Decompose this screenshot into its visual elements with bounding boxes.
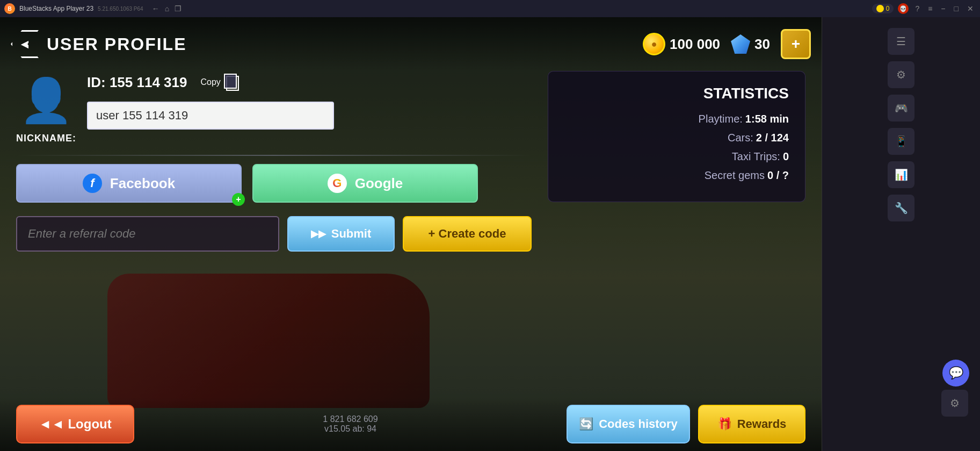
copy-icon (224, 74, 239, 91)
copy-label: Copy (200, 77, 220, 87)
discord-icon[interactable]: 💬 (942, 360, 969, 386)
social-buttons: f Facebook + G Google (16, 164, 532, 203)
stat-playtime: Playtime: 1:58 min (564, 113, 789, 125)
id-row: ID: 155 114 319 Copy (87, 71, 532, 94)
coin-icon: ● (643, 33, 665, 55)
maximize-icon[interactable]: □ (952, 4, 961, 13)
right-sidebar: ☰ ⚙ 🎮 📱 📊 🔧 💬 ⚙ (822, 17, 980, 451)
playtime-value: 1:58 min (745, 113, 789, 125)
secret-gems-label: Secret gems (705, 169, 765, 182)
facebook-label: Facebook (110, 175, 175, 192)
app-version: 5.21.650.1063 P64 (98, 6, 143, 12)
nickname-input[interactable] (87, 102, 334, 130)
sidebar-icon-1[interactable]: ☰ (888, 28, 914, 55)
referral-row: ▶▶ Submit + Create code (16, 216, 532, 252)
rewards-button[interactable]: 🎁 Rewards (698, 405, 805, 443)
back-arrow-icon: ◄ (11, 30, 39, 58)
user-id: ID: 155 114 319 (87, 74, 187, 91)
google-logo: G (328, 174, 347, 193)
stat-cars: Cars: 2 / 124 (564, 132, 789, 144)
titlebar-coin-icon (876, 5, 884, 12)
stat-secret-gems: Secret gems 0 / ? (564, 169, 789, 182)
page-header: ◄ USER PROFILE ● 100 000 30 + (0, 17, 822, 71)
nav-back-icon[interactable]: ← (152, 4, 159, 13)
game-ui: ◄ USER PROFILE ● 100 000 30 + 👤 NICKNAME… (0, 17, 822, 451)
secret-gems-value: 0 / ? (767, 169, 789, 182)
playtime-label: Playtime: (699, 113, 743, 125)
facebook-logo: f (83, 174, 102, 193)
nav-home-icon[interactable]: ⌂ (165, 4, 169, 13)
referral-input[interactable] (16, 216, 279, 252)
skull-icon[interactable]: 💀 (898, 3, 909, 14)
sidebar-icon-3[interactable]: 🎮 (888, 95, 914, 121)
statistics-title: Statistics (564, 85, 789, 102)
google-button[interactable]: G Google (252, 164, 478, 203)
cars-value: 2 / 124 (756, 132, 789, 144)
rewards-label: Rewards (737, 417, 787, 431)
sidebar-icon-4[interactable]: 📱 (888, 128, 914, 155)
logout-button[interactable]: ◄◄ Logout (16, 405, 134, 443)
copy-button[interactable]: Copy (195, 71, 244, 94)
add-currency-button[interactable]: + (781, 29, 811, 59)
bottom-right: 🔄 Codes history 🎁 Rewards (567, 405, 805, 443)
page-title: USER PROFILE (47, 34, 186, 54)
help-icon[interactable]: ? (913, 4, 921, 13)
bottom-center: 1 821 682 609 v15.05 ab: 94 (134, 414, 567, 434)
avatar-area: 👤 NICKNAME: (16, 71, 76, 144)
titlebar-coin-badge: 0 (872, 4, 894, 13)
diamond-icon (731, 34, 750, 54)
back-button[interactable]: ◄ (11, 30, 39, 58)
titlebar-coin-count: 0 (886, 5, 890, 12)
google-g-icon: G (332, 176, 342, 190)
titlebar-nav: ← ⌂ ❐ (152, 4, 182, 13)
taxi-trips-value: 0 (783, 151, 789, 163)
sidebar-icon-5[interactable]: 📊 (888, 161, 914, 188)
profile-row: 👤 NICKNAME: ID: 155 114 319 Copy (16, 71, 532, 144)
sidebar-icon-2[interactable]: ⚙ (888, 61, 914, 88)
google-label: Google (355, 175, 403, 192)
nickname-section-label: NICKNAME: (16, 133, 76, 144)
codes-history-icon: 🔄 (579, 417, 593, 431)
id-nickname-area: ID: 155 114 319 Copy (87, 71, 532, 130)
cars-label: Cars: (728, 132, 753, 144)
create-code-label: + Create code (429, 227, 506, 241)
facebook-button[interactable]: f Facebook + (16, 164, 242, 203)
app-title: BlueStacks App Player 23 (19, 5, 93, 12)
plus-indicator: + (232, 193, 245, 206)
create-code-button[interactable]: + Create code (403, 216, 532, 252)
avatar-silhouette: 👤 (19, 79, 73, 122)
separator (16, 155, 532, 156)
codes-history-label: Codes history (599, 417, 678, 431)
rewards-icon: 🎁 (717, 417, 732, 431)
minimize-icon[interactable]: − (939, 4, 947, 13)
avatar: 👤 (22, 71, 70, 130)
app-logo: B (4, 3, 15, 14)
menu-icon[interactable]: ≡ (926, 4, 934, 13)
diamond-display: 30 (731, 34, 770, 54)
codes-history-button[interactable]: 🔄 Codes history (567, 405, 690, 443)
logout-label: ◄◄ Logout (39, 417, 111, 432)
sidebar-settings-icon[interactable]: ⚙ (941, 390, 968, 417)
submit-button[interactable]: ▶▶ Submit (287, 216, 395, 252)
sidebar-icon-6[interactable]: 🔧 (888, 195, 914, 221)
version-line1: 1 821 682 609 (323, 414, 378, 424)
close-icon[interactable]: ✕ (965, 4, 976, 13)
profile-content: 👤 NICKNAME: ID: 155 114 319 Copy f (16, 71, 532, 397)
coins-display: ● 100 000 (643, 33, 720, 55)
currency-area: ● 100 000 30 + (643, 29, 811, 59)
version-line2: v15.05 ab: 94 (324, 424, 376, 434)
titlebar-right: 0 💀 ? ≡ − □ ✕ (872, 3, 976, 14)
stat-taxi-trips: Taxi Trips: 0 (564, 151, 789, 163)
bottom-area: ◄◄ Logout 1 821 682 609 v15.05 ab: 94 🔄 … (0, 397, 822, 451)
taxi-trips-label: Taxi Trips: (732, 151, 780, 163)
submit-label: Submit (331, 227, 372, 241)
statistics-panel: Statistics Playtime: 1:58 min Cars: 2 / … (548, 71, 805, 202)
titlebar: B BlueStacks App Player 23 5.21.650.1063… (0, 0, 980, 17)
coins-value: 100 000 (670, 36, 720, 53)
diamond-value: 30 (754, 36, 770, 53)
nav-windows-icon[interactable]: ❐ (175, 4, 182, 13)
submit-icon: ▶▶ (311, 228, 326, 240)
